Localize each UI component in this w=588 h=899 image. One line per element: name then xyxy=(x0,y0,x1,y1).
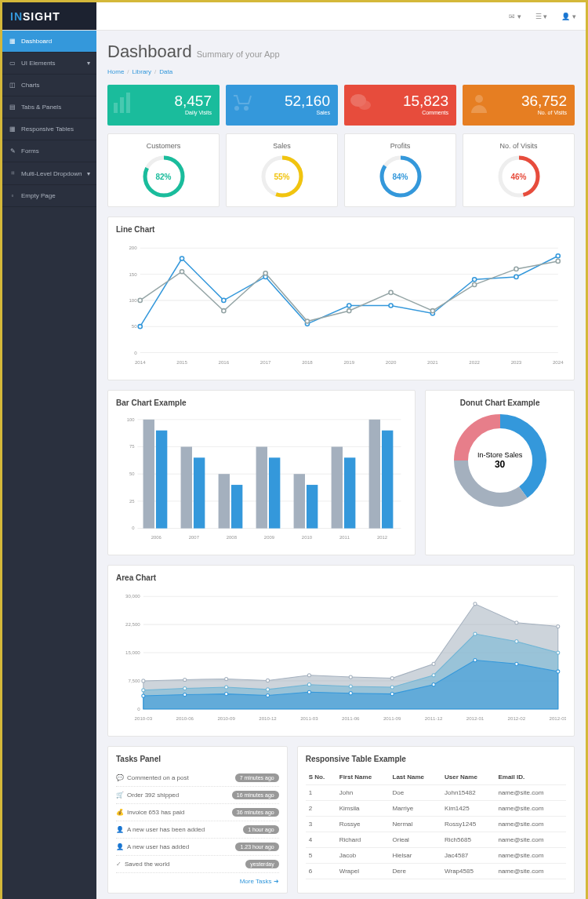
stat-value: 15,823 xyxy=(372,93,448,110)
sidebar-item-tabs-panels[interactable]: ▤Tabs & Panels xyxy=(2,96,96,118)
donut-chart-title: Donut Chart Example xyxy=(434,399,566,407)
svg-text:200: 200 xyxy=(129,245,137,250)
task-text: A new user has added xyxy=(127,843,189,850)
stat-icon xyxy=(349,91,372,118)
sidebar-item-charts[interactable]: ◫Charts xyxy=(2,75,96,96)
stat-label: Sales xyxy=(254,110,330,115)
svg-rect-87 xyxy=(369,420,380,529)
table-header-row: S No.First NameLast NameUser NameEmail I… xyxy=(306,770,566,785)
task-icon: ✓ xyxy=(116,861,122,868)
progress-label: Sales xyxy=(234,142,329,150)
task-icon: 🛒 xyxy=(116,792,124,799)
breadcrumb-item[interactable]: Data xyxy=(159,68,172,75)
svg-rect-2 xyxy=(126,93,130,113)
stat-value: 52,160 xyxy=(254,93,330,110)
svg-text:100: 100 xyxy=(129,297,137,303)
table-cell: name@site.com xyxy=(495,832,566,848)
table-cell: Marriye xyxy=(390,801,442,817)
stat-icon xyxy=(230,91,254,118)
svg-text:2012-01: 2012-01 xyxy=(466,715,485,721)
svg-text:50: 50 xyxy=(129,471,135,476)
nav-label: Charts xyxy=(21,82,40,89)
nav-label: Dashboard xyxy=(21,38,52,45)
task-time-badge: 1.23 hour ago xyxy=(235,843,278,851)
svg-point-121 xyxy=(557,625,560,628)
table-cell: Kim1425 xyxy=(441,801,495,817)
table-cell: Jac4587 xyxy=(441,848,495,864)
table-row[interactable]: 4RichardOriealRich5685name@site.com xyxy=(306,832,566,848)
breadcrumb-item[interactable]: Home xyxy=(107,68,124,75)
progress-pct: 82% xyxy=(142,155,186,198)
task-item[interactable]: 💰Invoice 653 has paid36 minutes ago xyxy=(116,804,279,821)
svg-point-49 xyxy=(180,270,183,274)
svg-rect-84 xyxy=(332,446,343,528)
table-row[interactable]: 1JohnDoeJohn15482name@site.com xyxy=(306,785,566,801)
svg-text:2010-03: 2010-03 xyxy=(135,715,153,721)
svg-point-136 xyxy=(266,694,269,697)
svg-point-139 xyxy=(390,693,394,696)
task-text: Invoice 653 has paid xyxy=(127,809,184,816)
svg-point-58 xyxy=(556,259,560,263)
user-icon[interactable]: 👤 ▾ xyxy=(561,13,576,20)
sidebar-item-responsive-tables[interactable]: ▦Responsive Tables xyxy=(2,118,96,140)
sidebar-item-empty-page[interactable]: ▫Empty Page xyxy=(2,185,96,207)
svg-point-45 xyxy=(473,278,477,282)
table-cell: Wrap4585 xyxy=(441,864,495,879)
table-cell: John15482 xyxy=(441,785,495,801)
svg-text:2015: 2015 xyxy=(176,359,187,365)
stat-card-sales[interactable]: 52,160Sales xyxy=(226,85,338,126)
stat-card-daily-visits[interactable]: 8,457Daily Visits xyxy=(107,85,220,126)
task-item[interactable]: 🛒Order 392 shipped16 minutes ago xyxy=(116,787,279,804)
svg-point-131 xyxy=(515,640,518,643)
tasks-panel: Tasks Panel 💬Commented on a post7 minute… xyxy=(107,746,288,894)
progress-card-customers: Customers 82% xyxy=(107,133,220,207)
table-row[interactable]: 2KimsilaMarriyeKim1425name@site.com xyxy=(306,801,566,817)
svg-text:2010-06: 2010-06 xyxy=(176,715,194,721)
svg-point-42 xyxy=(347,304,351,308)
task-text: Saved the world xyxy=(125,861,169,868)
tasks-title: Tasks Panel xyxy=(116,755,279,763)
svg-point-50 xyxy=(222,309,226,313)
table-row[interactable]: 3RossyeNermalRossy1245name@site.com xyxy=(306,817,566,832)
svg-point-37 xyxy=(138,325,142,329)
task-item[interactable]: 💬Commented on a post7 minutes ago xyxy=(116,770,279,787)
sidebar-item-ui-elements[interactable]: ▭UI Elements▾ xyxy=(2,53,96,75)
sidebar-item-multi-level-dropdown[interactable]: ⌗Multi-Level Dropdown▾ xyxy=(2,162,96,185)
stat-label: Comments xyxy=(372,110,448,115)
table-row[interactable]: 6WrapelDereWrap4585name@site.com xyxy=(306,864,566,879)
svg-text:2009: 2009 xyxy=(264,535,274,540)
svg-point-112 xyxy=(183,678,187,681)
task-item[interactable]: ✓Saved the worldyesterday xyxy=(116,856,279,873)
sidebar-item-forms[interactable]: ✎Forms xyxy=(2,140,96,162)
table-header: Email ID. xyxy=(495,770,566,785)
more-tasks-link[interactable]: More Tasks ➜ xyxy=(116,878,279,885)
task-time-badge: 7 minutes ago xyxy=(235,773,279,782)
svg-point-51 xyxy=(263,271,267,275)
svg-point-130 xyxy=(474,632,477,635)
task-item[interactable]: 👤A new user has been added1 hour ago xyxy=(116,821,279,839)
nav-label: Responsive Tables xyxy=(21,126,74,133)
table-row[interactable]: 5JacobHielsarJac4587name@site.com xyxy=(306,848,566,864)
breadcrumb-item[interactable]: Library xyxy=(132,68,151,75)
table-cell: name@site.com xyxy=(495,864,566,879)
table-header: Last Name xyxy=(390,770,442,785)
main-content: Dashboard Summary of your App Home/Libra… xyxy=(96,31,586,899)
svg-text:2023: 2023 xyxy=(511,359,522,365)
svg-text:2018: 2018 xyxy=(302,359,313,365)
donut-chart: In-Store Sales 30 xyxy=(453,413,547,508)
stat-icon xyxy=(467,91,491,118)
task-item[interactable]: 👤A new user has added1.23 hour ago xyxy=(116,839,279,856)
sidebar-item-dashboard[interactable]: ▦Dashboard xyxy=(2,31,96,53)
logo[interactable]: INSIGHT xyxy=(2,2,96,30)
logo-accent: IN xyxy=(10,10,23,23)
svg-point-48 xyxy=(138,298,142,302)
svg-text:2014: 2014 xyxy=(135,359,146,365)
table-cell: 2 xyxy=(306,801,336,817)
stat-card-no-of-visits[interactable]: 36,752No. of Visits xyxy=(463,85,575,126)
mail-icon[interactable]: ✉ ▾ xyxy=(509,13,521,20)
table-cell: name@site.com xyxy=(495,785,566,801)
list-icon[interactable]: ☰ ▾ xyxy=(535,13,548,20)
svg-text:2017: 2017 xyxy=(260,359,271,365)
svg-text:2011: 2011 xyxy=(339,535,350,540)
stat-card-comments[interactable]: 15,823Comments xyxy=(344,85,456,126)
